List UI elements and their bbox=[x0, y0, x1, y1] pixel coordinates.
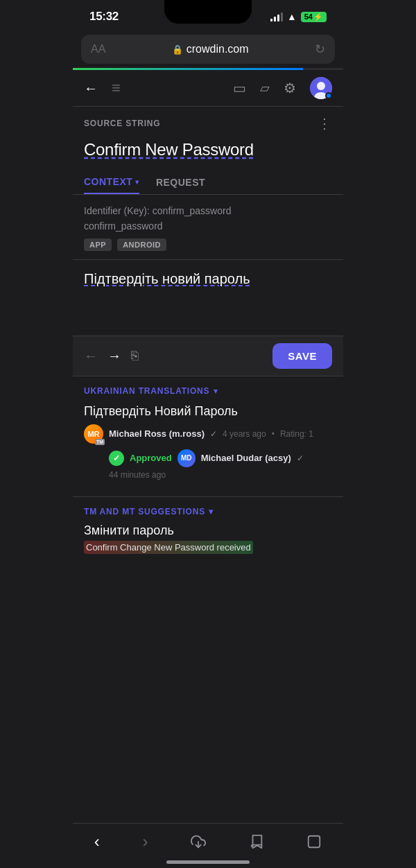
app-tag: APP bbox=[84, 238, 112, 251]
main-content: SOURCE STRING ⋮ Confirm New Password CON… bbox=[73, 107, 343, 823]
editor-toolbar: ← → ⎘ SAVE bbox=[73, 336, 343, 376]
chevron-down-icon: ▾ bbox=[135, 178, 139, 186]
context-tags: APP ANDROID bbox=[84, 238, 332, 251]
translations-section-label: UKRAINIAN TRANSLATIONS bbox=[84, 386, 209, 396]
approved-check-icon: ✓ bbox=[109, 451, 124, 466]
translation-entry: Підтвердіть Новий Пароль MR TM Michael R… bbox=[84, 404, 332, 480]
next-string-button[interactable]: → bbox=[107, 348, 121, 364]
key-value-line: confirm_password bbox=[84, 218, 332, 234]
home-bar bbox=[166, 860, 250, 864]
home-indicator bbox=[73, 854, 343, 868]
approver-avatar: MD bbox=[177, 449, 196, 467]
share-button[interactable] bbox=[191, 834, 206, 849]
copy-source-button[interactable]: ⎘ bbox=[131, 349, 139, 363]
approver-name: Michael Dudar (acsy) bbox=[201, 453, 291, 463]
suggestion-highlight-span: Confirm Change New Password received bbox=[84, 541, 253, 554]
browser-back-button[interactable]: ‹ bbox=[94, 832, 100, 851]
tabs-button[interactable] bbox=[306, 834, 322, 849]
translations-section-header: UKRAINIAN TRANSLATIONS ▾ bbox=[84, 386, 332, 396]
save-button[interactable]: SAVE bbox=[272, 343, 332, 369]
back-button[interactable]: ← bbox=[84, 80, 98, 96]
context-content: Identifier (Key): confirm_password confi… bbox=[73, 195, 343, 260]
settings-icon[interactable]: ⚙ bbox=[284, 80, 296, 96]
more-options-button[interactable]: ⋮ bbox=[318, 115, 332, 132]
toolbar-icon-group: ▭ ▱ ⚙ bbox=[233, 77, 332, 99]
request-tab[interactable]: REQUEST bbox=[156, 171, 205, 194]
source-string-label: SOURCE STRING bbox=[84, 119, 160, 128]
identifier-key-line: Identifier (Key): confirm_password bbox=[84, 203, 332, 218]
phone-shell: 15:32 ▲ 54 ⚡ AA 🔒 crowdin.com ↻ ← bbox=[73, 0, 343, 868]
approver-initials: MD bbox=[181, 454, 192, 462]
url-display: 🔒 crowdin.com bbox=[172, 43, 249, 55]
browser-toolbar: ← ≡ ▭ ▱ ⚙ bbox=[73, 70, 343, 107]
translation-text[interactable]: Підтвердіть новий пароль bbox=[84, 271, 332, 287]
contributor-avatar: MR TM bbox=[84, 424, 103, 444]
status-icons: ▲ 54 ⚡ bbox=[270, 11, 327, 22]
approved-label: Approved bbox=[130, 453, 172, 463]
source-string-text: Confirm New Password bbox=[73, 137, 343, 171]
editor-nav-buttons: ← → ⎘ bbox=[84, 348, 139, 364]
page-load-progress bbox=[73, 68, 343, 70]
lock-icon: 🔒 bbox=[172, 44, 183, 55]
signal-icon bbox=[270, 12, 283, 21]
user-avatar-button[interactable] bbox=[310, 77, 332, 99]
battery-indicator: 54 ⚡ bbox=[301, 12, 327, 22]
progress-fill bbox=[73, 68, 303, 70]
single-view-icon[interactable]: ▭ bbox=[233, 80, 246, 96]
approval-row: ✓ Approved MD Michael Dudar (acsy) ✓ bbox=[109, 449, 332, 467]
wifi-icon: ▲ bbox=[287, 11, 297, 22]
translations-chevron-icon[interactable]: ▾ bbox=[214, 386, 218, 396]
notch bbox=[164, 0, 252, 24]
approval-time: 44 minutes ago bbox=[109, 470, 332, 480]
svg-point-1 bbox=[317, 82, 325, 90]
url-text: crowdin.com bbox=[187, 43, 249, 55]
text-size-button[interactable]: AA bbox=[91, 43, 105, 55]
contribution-time: 4 years ago bbox=[223, 429, 266, 439]
avatar-notification-dot bbox=[325, 92, 332, 99]
suggestions-chevron-icon[interactable]: ▾ bbox=[209, 507, 214, 517]
status-time: 15:32 bbox=[89, 10, 119, 24]
hamburger-menu-button[interactable]: ≡ bbox=[112, 80, 121, 96]
suggestions-section-label: TM AND MT SUGGESTIONS ▾ bbox=[84, 507, 332, 517]
context-tab[interactable]: CONTEXT ▾ bbox=[84, 171, 139, 194]
browser-forward-button[interactable]: › bbox=[142, 832, 148, 851]
tm-mt-suggestions-section: TM AND MT SUGGESTIONS ▾ Змінити пароль C… bbox=[73, 497, 343, 562]
contributor-initials: MR bbox=[87, 430, 99, 438]
ukrainian-translations-section: UKRAINIAN TRANSLATIONS ▾ Підтвердіть Нов… bbox=[73, 376, 343, 497]
android-tag: ANDROID bbox=[117, 238, 166, 251]
approver-verified-icon: ✓ bbox=[297, 453, 304, 463]
context-request-tabs: CONTEXT ▾ REQUEST bbox=[73, 171, 343, 195]
source-string-header: SOURCE STRING ⋮ bbox=[73, 107, 343, 137]
tm-badge: TM bbox=[95, 439, 105, 445]
contribution-separator: • bbox=[272, 429, 275, 439]
bookmarks-button[interactable] bbox=[249, 834, 264, 849]
translation-input-area[interactable]: Підтвердіть новий пароль bbox=[73, 260, 343, 336]
prev-string-button[interactable]: ← bbox=[84, 348, 98, 364]
contribution-rating: Rating: 1 bbox=[280, 429, 313, 439]
bottom-nav: ‹ › bbox=[73, 823, 343, 854]
suggestion-text: Змінити пароль bbox=[84, 523, 332, 538]
svg-rect-4 bbox=[309, 836, 320, 848]
suggestion-highlighted-text: Confirm Change New Password received bbox=[84, 542, 332, 553]
contributor-name: Michael Ross (m.ross) bbox=[109, 428, 205, 439]
address-bar[interactable]: AA 🔒 crowdin.com ↻ bbox=[81, 35, 335, 64]
translation-entry-text: Підтвердіть Новий Пароль bbox=[84, 404, 332, 419]
contributor-row: MR TM Michael Ross (m.ross) ✓ 4 years ag… bbox=[84, 424, 332, 444]
split-view-icon[interactable]: ▱ bbox=[260, 80, 270, 96]
reload-button[interactable]: ↻ bbox=[315, 42, 325, 57]
verified-icon: ✓ bbox=[210, 429, 217, 439]
